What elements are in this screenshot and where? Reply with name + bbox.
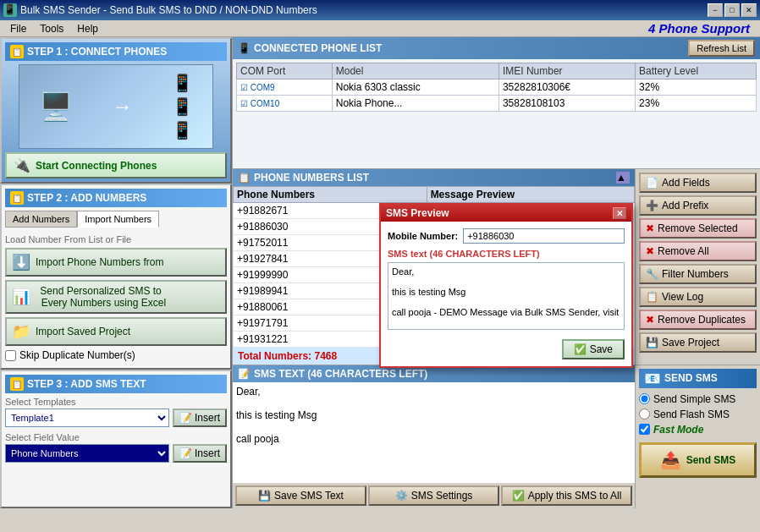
insert-icon-2: 📝 [179,447,192,459]
connected-title: 📱 CONNECTED PHONE LIST [238,42,382,54]
fast-mode-checkbox[interactable] [639,424,650,435]
send-sms-button[interactable]: 📤 Send SMS [639,442,757,478]
menu-help[interactable]: Help [70,21,105,36]
col-comport: COM Port [237,63,333,80]
skip-duplicate-checkbox[interactable] [5,350,16,361]
col-phone-numbers: Phone Numbers [234,186,427,202]
sms-settings-button[interactable]: ⚙️ SMS Settings [368,485,499,506]
sms-text-input[interactable]: Dear, this is testing Msg call pooja [233,382,635,483]
mobile-number-row: Mobile Number: [388,228,625,244]
imei-cell-1: 35282810306€ [498,80,635,96]
apply-icon: ✅ [512,490,525,502]
settings-icon: ⚙️ [395,490,408,502]
start-connecting-button[interactable]: 🔌 Start Connecting Phones [5,152,227,178]
refresh-button[interactable]: Refresh List [688,40,755,57]
field-row: Phone Numbers 📝 Insert [5,444,227,463]
import-phone-numbers-button[interactable]: ⬇️ Import Phone Numbers from [5,248,227,277]
computer-icon: 🖥️ [39,90,73,123]
sms-title: SMS TEXT (46 CHARACTERS LEFT) [254,368,427,380]
skip-duplicate-row: Skip Duplicate Number(s) [5,349,227,361]
step3-section: 📋 STEP 3 : ADD SMS TEXT Select Templates… [0,370,232,508]
simple-sms-label: Send Simple SMS [653,393,735,405]
imei-cell-2: 35828108103 [498,96,635,112]
close-button[interactable]: ✕ [741,3,757,17]
tab-import-numbers[interactable]: Import Numbers [77,211,159,228]
add-fields-button[interactable]: 📄 Add Fields [639,173,757,193]
scroll-arrow-up[interactable]: ▲ [616,172,630,184]
import-saved-project-button[interactable]: 📁 Import Saved Project [5,317,227,346]
model-cell-2: Nokia Phone... [332,96,498,112]
step3-title: STEP 3 : ADD SMS TEXT [27,378,146,390]
sms-icon: 📝 [238,368,251,380]
col-battery: Battery Level [636,63,757,80]
step3-icon: 📋 [10,377,24,391]
add-prefix-icon: ➕ [646,200,658,211]
import-icon: ⬇️ [12,253,30,271]
mobile-number-label: Mobile Number: [388,231,458,241]
connected-header-row: 📱 CONNECTED PHONE LIST Refresh List [233,37,760,59]
sms-preview-text[interactable]: Dear, this is testing Msg call pooja - D… [388,262,625,330]
flash-sms-label: Send Flash SMS [653,409,730,420]
send-sms-header: 📧 SEND SMS [639,369,757,388]
send-btn-icon: 📤 [660,450,681,470]
flash-sms-row: Send Flash SMS [639,409,757,420]
fast-mode-row: Fast Mode [639,424,757,436]
col-model: Model [332,63,498,80]
remove-duplicates-button[interactable]: ✖ Remove Duplicates [639,310,757,330]
connected-phones-table: COM Port Model IMEI Number Battery Level… [236,63,757,112]
popup-body: Mobile Number: SMS text (46 CHARACTERS L… [381,222,631,366]
remove-all-icon: ✖ [646,245,654,257]
popup-close-button[interactable]: ✕ [613,207,626,219]
save-sms-text-button[interactable]: 💾 Save SMS Text [235,485,366,506]
remove-all-button[interactable]: ✖ Remove All [639,241,757,261]
send-sms-panel: 📧 SEND SMS Send Simple SMS Send Flash SM… [635,365,760,508]
add-fields-icon: 📄 [646,177,658,189]
right-buttons-panel: 📄 Add Fields ➕ Add Prefix ✖ Remove Selec… [635,169,760,365]
col-imei: IMEI Number [498,63,635,80]
remove-selected-button[interactable]: ✖ Remove Selected [639,218,757,239]
checkbox-com10[interactable]: ☑ COM10 [240,99,279,108]
view-log-button[interactable]: 📋 View Log [639,287,757,307]
phone-support-label: 4 Phone Support [648,21,757,36]
skip-duplicate-label: Skip Duplicate Number(s) [19,349,135,361]
menu-tools[interactable]: Tools [33,21,70,36]
step2-tabs: Add Numbers Import Numbers [5,211,227,228]
template-row: Template1 📝 Insert [5,409,227,427]
apply-all-button[interactable]: ✅ Apply this SMS to All [501,485,632,506]
step1-image: 🖥️ → 📱 📱 📱 [19,64,213,149]
numbers-header: 📋 PHONE NUMBERS LIST ▲ [233,169,635,186]
sms-bottom-buttons: 💾 Save SMS Text ⚙️ SMS Settings ✅ Apply … [233,483,635,508]
sms-text-panel: 📝 SMS TEXT (46 CHARACTERS LEFT) Dear, th… [233,365,635,508]
maximize-button[interactable]: □ [724,3,740,17]
view-log-icon: 📋 [646,291,658,303]
insert-template-button[interactable]: 📝 Insert [173,409,227,427]
menu-file[interactable]: File [3,21,33,36]
insert-field-button[interactable]: 📝 Insert [173,444,227,463]
flash-sms-radio[interactable] [639,409,650,420]
tab-add-numbers[interactable]: Add Numbers [5,211,77,228]
menu-bar: File Tools Help 4 Phone Support [0,20,760,37]
folder-icon: 📁 [12,322,30,341]
popup-save-button[interactable]: ✅ Save [562,339,625,359]
remove-dup-icon: ✖ [646,314,654,326]
simple-sms-radio[interactable] [639,393,650,404]
app-icon: 📱 [3,3,17,17]
phone-icons: 📱 📱 📱 [172,73,193,140]
numbers-icon: 📋 [238,172,251,184]
connected-phones-section: 📱 CONNECTED PHONE LIST Refresh List COM … [233,37,760,169]
checkbox-com9[interactable]: ☑ COM9 [240,83,275,92]
step1-section: 📋 STEP 1 : CONNECT PHONES 🖥️ → 📱 📱 📱 🔌 S… [0,37,232,184]
template-select[interactable]: Template1 [5,409,169,427]
save-icon: 💾 [646,337,658,348]
save-project-button[interactable]: 💾 Save Project [639,332,757,353]
title-bar-text: Bulk SMS Sender - Send Bulk SMS to DND /… [20,4,317,16]
battery-cell-2: 23% [636,96,757,112]
minimize-button[interactable]: − [708,3,723,17]
templates-label: Select Templates [5,397,227,407]
mobile-number-input[interactable] [463,228,625,244]
filter-numbers-button[interactable]: 🔧 Filter Numbers [639,264,757,284]
send-personalized-button[interactable]: 📊 Send Personalized SMS to Every Numbers… [5,280,227,314]
add-prefix-button[interactable]: ➕ Add Prefix [639,195,757,216]
model-cell-1: Nokia 6303 classic [332,80,498,96]
field-select[interactable]: Phone Numbers [5,444,169,463]
